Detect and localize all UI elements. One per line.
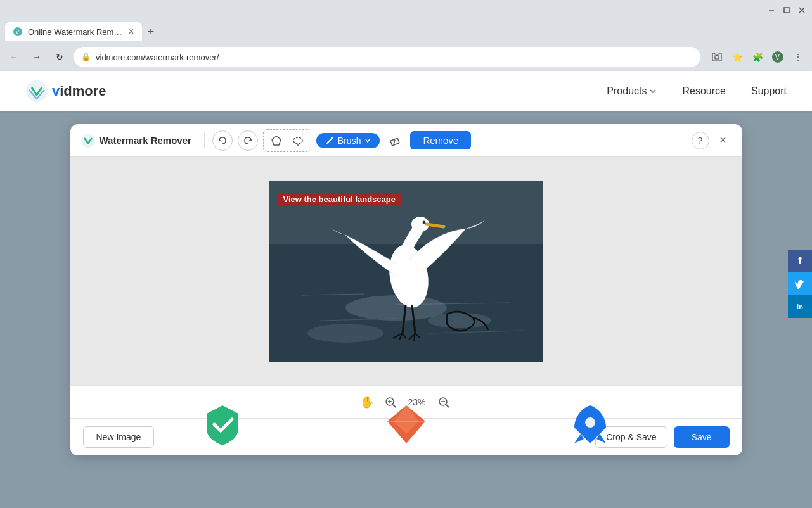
bookmark-icon[interactable]: ⭐ — [728, 48, 746, 66]
brush-dropdown-icon — [364, 137, 371, 144]
tool-title: Watermark Remover — [100, 135, 191, 146]
eraser-button[interactable] — [385, 130, 405, 151]
tab-title: Online Watermark Remover – De — [28, 27, 123, 37]
tab-favicon: v — [13, 27, 23, 37]
maximize-button[interactable] — [782, 5, 792, 15]
refresh-button[interactable]: ↻ — [51, 48, 68, 66]
toolbar-divider-1 — [204, 133, 205, 148]
tab-close-button[interactable]: ✕ — [128, 27, 134, 36]
logo[interactable]: vidmore — [25, 80, 106, 103]
linkedin-button[interactable]: in — [788, 295, 812, 318]
address-bar-row: ← → ↻ 🔒 vidmore.com/watermark-remover/ ⭐… — [0, 43, 812, 71]
svg-text:V: V — [775, 54, 780, 61]
address-bar[interactable]: 🔒 vidmore.com/watermark-remover/ — [74, 47, 700, 67]
tool-toolbar: Watermark Remover — [70, 124, 742, 157]
svg-point-18 — [345, 295, 447, 321]
svg-text:v: v — [16, 29, 19, 35]
canvas-area: View the beautiful landscape — [70, 157, 742, 385]
svg-rect-1 — [784, 8, 789, 13]
products-dropdown-icon — [649, 87, 657, 95]
lock-icon: 🔒 — [81, 53, 91, 61]
tool-logo-icon — [81, 133, 96, 148]
active-tab[interactable]: v Online Watermark Remover – De ✕ — [5, 22, 142, 41]
header-nav: Products Resource Support — [607, 86, 787, 97]
page-background: Watermark Remover — [0, 111, 812, 455]
url-text: vidmore.com/watermark-remover/ — [96, 53, 219, 62]
title-bar — [0, 0, 812, 20]
minimize-button[interactable] — [766, 5, 777, 15]
nav-resource[interactable]: Resource — [682, 86, 725, 97]
twitter-icon — [795, 279, 805, 289]
back-button[interactable]: ← — [5, 48, 23, 66]
browser-toolbar-icons: ⭐ 🧩 V ⋮ — [708, 48, 807, 66]
svg-point-11 — [293, 137, 302, 144]
redo-button[interactable] — [238, 130, 258, 151]
logo-text: vidmore — [52, 83, 106, 99]
help-button[interactable]: ? — [692, 132, 709, 149]
bird-image — [269, 181, 543, 362]
website-header: vidmore Products Resource Support — [0, 71, 812, 111]
svg-point-40 — [585, 417, 595, 428]
brush-button[interactable]: Brush — [316, 133, 380, 148]
svg-point-27 — [422, 220, 425, 224]
image-container: View the beautiful landscape — [269, 181, 543, 362]
undo-button[interactable] — [212, 130, 233, 151]
main-content: Watermark Remover — [0, 111, 812, 455]
svg-point-13 — [331, 137, 333, 139]
share-icon[interactable] — [708, 48, 726, 66]
panel-close-button[interactable]: × — [714, 132, 732, 149]
svg-rect-14 — [390, 138, 399, 146]
twitter-button[interactable] — [788, 272, 812, 295]
selection-tools — [263, 129, 311, 152]
close-window-button[interactable] — [797, 5, 807, 15]
bottom-icons-row — [0, 402, 812, 455]
profile-icon[interactable]: V — [769, 48, 787, 66]
facebook-button[interactable]: f — [788, 250, 812, 272]
svg-line-15 — [394, 140, 395, 144]
tab-bar: v Online Watermark Remover – De ✕ + — [0, 20, 812, 43]
svg-point-19 — [428, 313, 491, 328]
social-sidebar: f in — [788, 250, 812, 318]
polygon-select-button[interactable] — [267, 132, 285, 149]
new-tab-button[interactable]: + — [142, 23, 160, 41]
forward-button[interactable]: → — [28, 48, 46, 66]
tool-logo: Watermark Remover — [81, 133, 191, 148]
svg-marker-10 — [272, 136, 281, 145]
remove-button[interactable]: Remove — [410, 131, 471, 149]
brush-icon — [325, 136, 334, 145]
eraser-icon — [389, 134, 401, 147]
extensions-icon[interactable]: 🧩 — [749, 48, 766, 66]
title-bar-controls[interactable] — [766, 5, 807, 15]
shield-icon-decoration — [200, 402, 245, 449]
lasso-select-button[interactable] — [289, 132, 307, 149]
svg-point-9 — [81, 134, 95, 148]
nav-support[interactable]: Support — [751, 86, 787, 97]
logo-icon — [25, 80, 48, 103]
diamond-icon-decoration — [384, 402, 429, 449]
menu-icon[interactable]: ⋮ — [789, 48, 807, 66]
rocket-icon-decoration — [568, 402, 612, 449]
main-image[interactable]: View the beautiful landscape — [269, 181, 543, 362]
watermark-text: View the beautiful landscape — [277, 193, 402, 206]
bird-background — [269, 181, 543, 362]
nav-products[interactable]: Products — [607, 86, 657, 97]
svg-point-20 — [307, 324, 383, 343]
